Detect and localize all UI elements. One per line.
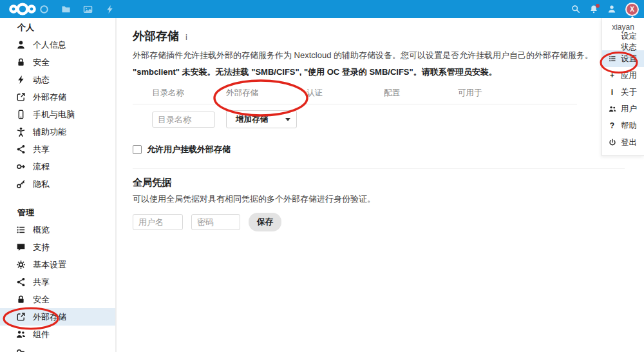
plus-icon: + — [608, 72, 616, 79]
info-icon[interactable]: i — [185, 32, 187, 42]
lock-icon — [16, 295, 26, 304]
storage-table-new-row: 增加存储 — [133, 104, 625, 135]
menu-item-label: 关于 — [621, 87, 637, 98]
sidebar-item-overview[interactable]: 概览 — [0, 221, 115, 239]
sidebar-item-flow[interactable]: 流程 — [0, 158, 115, 175]
external-storage-icon — [16, 92, 26, 102]
sidebar-section-personal: 个人 — [0, 19, 115, 36]
col-header-external-storage: 外部存储 — [226, 88, 307, 99]
activity-icon[interactable] — [105, 5, 115, 14]
username-input[interactable] — [133, 214, 183, 230]
user-avatar[interactable]: X — [625, 3, 639, 16]
menu-item-about[interactable]: i 关于 — [602, 84, 644, 101]
page-title-row: 外部存储 i — [133, 28, 625, 44]
global-credentials-form: 保存 — [133, 213, 625, 231]
sidebar-item-mobile-desktop[interactable]: 手机与电脑 — [0, 106, 115, 123]
sidebar-item-basic-settings[interactable]: 基本设置 — [0, 256, 115, 273]
notifications-bell-icon[interactable] — [589, 5, 598, 14]
save-button[interactable]: 保存 — [249, 213, 281, 231]
main-content: 外部存储 i 外部存储插件允许挂载外部的存储服务作为 Nextcloud 的辅助… — [118, 18, 644, 352]
menu-item-label: 帮助 — [621, 121, 637, 132]
menu-item-logout[interactable]: 登出 — [602, 134, 644, 151]
sidebar-item-partial[interactable] — [0, 343, 115, 352]
smbclient-warning: "smbclient" 未安装。无法挂载 "SMB/CIFS", "使用 OC … — [133, 66, 625, 78]
share-icon — [16, 144, 26, 154]
sidebar-item-privacy[interactable]: 隐私 — [0, 175, 115, 193]
sidebar-item-security-personal[interactable]: 安全 — [0, 54, 115, 71]
sidebar-item-sharing-admin[interactable]: 共享 — [0, 273, 115, 291]
bolt-icon — [16, 75, 26, 84]
settings-sidebar: 个人 个人信息 安全 动态 外部存储 手机与电脑 辅助功能 共享 流程 隐私 管… — [0, 18, 117, 352]
menu-item-label: 登出 — [621, 137, 637, 148]
files-icon[interactable] — [61, 5, 71, 14]
sidebar-item-label: 手机与电脑 — [33, 109, 75, 121]
search-icon[interactable] — [571, 5, 580, 14]
storage-table-header: 目录名称 外部存储 认证 配置 可用于 — [133, 84, 577, 104]
sidebar-item-activity[interactable]: 动态 — [0, 71, 115, 88]
dashboard-icon[interactable] — [39, 5, 49, 14]
group-icon — [608, 105, 616, 113]
question-icon: ? — [608, 122, 616, 130]
menu-item-apps[interactable]: + 应用 — [602, 67, 644, 84]
sidebar-item-external-storage-admin[interactable]: 外部存储 — [0, 308, 115, 326]
sidebar-section-admin-wrap: 管理 概览 支持 基本设置 共享 安全 外部存储 组件 — [0, 204, 115, 352]
sidebar-item-label: 组件 — [33, 329, 50, 340]
menu-item-label: 应用 — [621, 70, 637, 81]
flow-icon — [16, 162, 26, 171]
col-header-folder-name: 目录名称 — [152, 88, 226, 99]
sidebar-section-admin: 管理 — [0, 204, 115, 221]
notification-dot — [596, 4, 600, 8]
password-input[interactable] — [191, 214, 240, 230]
caret-down-icon — [285, 118, 290, 121]
menu-item-label: 用户 — [621, 104, 637, 115]
sidebar-item-label: 概览 — [33, 224, 50, 236]
sidebar-item-label: 安全 — [33, 294, 50, 306]
group-icon — [16, 329, 26, 339]
sidebar-item-label: 个人信息 — [33, 39, 66, 51]
allow-user-mount-row: 允许用户挂载外部存储 — [133, 144, 625, 155]
sidebar-item-label: 支持 — [33, 242, 50, 253]
list-icon — [608, 55, 616, 63]
sidebar-item-label: 外部存储 — [33, 92, 66, 103]
photos-icon[interactable] — [83, 5, 93, 14]
sidebar-item-label: 基本设置 — [33, 259, 66, 271]
menu-item-set-status[interactable]: 设定状态 — [602, 34, 644, 50]
sidebar-item-groupware[interactable]: 组件 — [0, 326, 115, 343]
col-header-authentication: 认证 — [307, 88, 384, 99]
sidebar-item-sharing-personal[interactable]: 共享 — [0, 141, 115, 158]
sidebar-item-label: 流程 — [33, 161, 50, 173]
allow-user-mount-checkbox[interactable] — [133, 145, 142, 154]
user-dropdown-menu: xiayan 设定状态 设置 + 应用 i 关于 用户 ? 帮助 登出 — [601, 18, 644, 156]
sidebar-item-label: 隐私 — [33, 179, 50, 190]
external-storage-icon — [16, 312, 26, 322]
page-title: 外部存储 — [133, 28, 179, 44]
sidebar-item-personal-info[interactable]: 个人信息 — [0, 36, 115, 54]
sidebar-item-label: 共享 — [33, 277, 50, 288]
intro-text: 外部存储插件允许挂载外部的存储服务作为 Nextcloud 的辅助存储设备。您可… — [133, 50, 625, 61]
sidebar-item-support[interactable]: 支持 — [0, 239, 115, 256]
folder-name-input[interactable] — [152, 112, 215, 128]
nextcloud-logo-icon[interactable] — [8, 1, 37, 17]
sidebar-item-external-storage-personal[interactable]: 外部存储 — [0, 88, 115, 106]
sidebar-item-label: 共享 — [33, 144, 50, 155]
allow-user-mount-label: 允许用户挂载外部存储 — [147, 144, 231, 155]
phone-icon — [16, 110, 26, 119]
sidebar-item-label: 安全 — [33, 57, 50, 68]
menu-item-help[interactable]: ? 帮助 — [602, 117, 644, 134]
contacts-icon[interactable] — [607, 5, 616, 14]
global-credentials-section: 全局凭据 可以使用全局凭据对具有相同凭据的多个外部存储进行身份验证。 保存 — [133, 168, 625, 231]
share-icon — [16, 277, 26, 287]
sidebar-item-label: 外部存储 — [33, 311, 66, 323]
sidebar-item-security-admin[interactable]: 安全 — [0, 291, 115, 308]
menu-item-label: 设置 — [621, 54, 637, 64]
menu-item-users[interactable]: 用户 — [602, 101, 644, 117]
col-header-configuration: 配置 — [384, 88, 458, 99]
sidebar-item-label: 动态 — [33, 74, 50, 86]
app-icon-row — [39, 5, 115, 14]
global-credentials-title: 全局凭据 — [133, 177, 625, 189]
sidebar-item-accessibility[interactable]: 辅助功能 — [0, 123, 115, 141]
add-storage-dropdown[interactable]: 增加存储 — [226, 110, 297, 128]
chat-bubble-icon — [16, 242, 26, 252]
topbar-right: X — [571, 0, 644, 18]
global-credentials-description: 可以使用全局凭据对具有相同凭据的多个外部存储进行身份验证。 — [133, 193, 625, 205]
